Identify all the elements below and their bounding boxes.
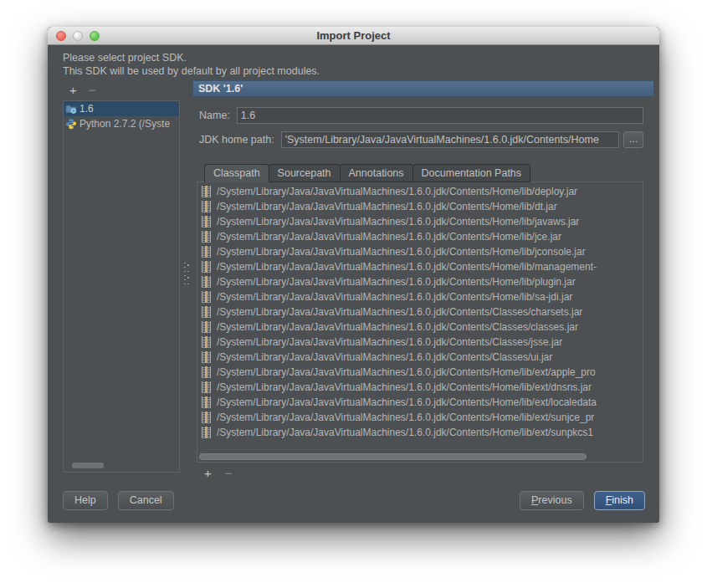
jar-icon: [202, 321, 211, 333]
classpath-entry-label: /System/Library/Java/JavaVirtualMachines…: [217, 231, 561, 243]
jar-icon: [202, 351, 211, 363]
sdk-list-item-python[interactable]: Python 2.7.2 (/Syste: [64, 116, 179, 131]
add-classpath-button[interactable]: +: [204, 468, 212, 479]
jdk-folder-icon: [65, 103, 77, 115]
classpath-entry-label: /System/Library/Java/JavaVirtualMachines…: [217, 396, 597, 408]
prompt-line-2: This SDK will be used by default by all …: [63, 64, 659, 78]
sdk-detail-title: SDK '1.6': [192, 80, 654, 97]
classpath-entry-label: /System/Library/Java/JavaVirtualMachines…: [217, 306, 582, 318]
tab-sourcepath[interactable]: Sourcepath: [269, 164, 341, 182]
jar-icon: [202, 427, 211, 438]
classpath-entry[interactable]: /System/Library/Java/JavaVirtualMachines…: [197, 395, 643, 410]
previous-label: Previous: [531, 494, 572, 506]
classpath-entry-label: /System/Library/Java/JavaVirtualMachines…: [217, 412, 594, 423]
tab-classpath[interactable]: Classpath: [204, 164, 269, 182]
classpath-entry[interactable]: /System/Library/Java/JavaVirtualMachines…: [197, 229, 643, 244]
sdk-tabs: Classpath Sourcepath Annotations Documen…: [204, 164, 654, 182]
classpath-entry[interactable]: /System/Library/Java/JavaVirtualMachines…: [197, 199, 643, 214]
sdk-list-horizontal-scrollbar[interactable]: [72, 463, 104, 468]
python-icon: [65, 118, 77, 130]
classpath-entry-label: /System/Library/Java/JavaVirtualMachines…: [217, 246, 586, 258]
sdk-list: 1.6 Python 2.7.2 (/Syste: [63, 100, 180, 473]
classpath-entry-label: /System/Library/Java/JavaVirtualMachines…: [217, 366, 596, 378]
prompt-line-1: Please select project SDK.: [63, 51, 659, 64]
help-label: Help: [74, 494, 96, 506]
classpath-horizontal-scrollbar[interactable]: [197, 452, 643, 462]
sdk-list-panel: + − 1.6: [63, 80, 180, 484]
jar-icon: [202, 276, 211, 288]
jar-icon: [202, 381, 211, 393]
sdk-list-toolbar: + −: [63, 80, 180, 100]
name-input[interactable]: [237, 107, 643, 124]
jar-icon: [202, 261, 211, 273]
jdk-home-label: JDK home path:: [199, 134, 274, 146]
classpath-entry[interactable]: /System/Library/Java/JavaVirtualMachines…: [197, 380, 643, 395]
sdk-list-item-1.6[interactable]: 1.6: [64, 101, 179, 116]
classpath-entry[interactable]: /System/Library/Java/JavaVirtualMachines…: [197, 304, 643, 320]
scrollbar-thumb[interactable]: [199, 453, 587, 460]
tab-documentation-paths[interactable]: Documentation Paths: [412, 164, 531, 182]
footer: Help Cancel Previous Finish: [48, 484, 659, 523]
jdk-home-row: JDK home path: …: [199, 131, 643, 148]
remove-sdk-button[interactable]: −: [89, 84, 96, 96]
tab-annotations[interactable]: Annotations: [340, 164, 413, 182]
finish-label: Finish: [606, 494, 633, 506]
name-label: Name:: [199, 110, 230, 121]
titlebar[interactable]: Import Project: [48, 27, 659, 45]
jar-icon: [202, 412, 211, 423]
classpath-entry[interactable]: /System/Library/Java/JavaVirtualMachines…: [197, 320, 643, 335]
window-title: Import Project: [316, 29, 390, 42]
remove-classpath-button[interactable]: −: [225, 468, 233, 479]
classpath-entry-label: /System/Library/Java/JavaVirtualMachines…: [217, 336, 562, 348]
classpath-list: /System/Library/Java/JavaVirtualMachines…: [197, 182, 643, 452]
classpath-entry-label: /System/Library/Java/JavaVirtualMachines…: [217, 261, 597, 273]
traffic-lights: [56, 31, 100, 41]
classpath-entry[interactable]: /System/Library/Java/JavaVirtualMachines…: [197, 274, 643, 289]
classpath-entry-label: /System/Library/Java/JavaVirtualMachines…: [217, 276, 576, 288]
classpath-entry-label: /System/Library/Java/JavaVirtualMachines…: [217, 381, 592, 393]
zoom-button[interactable]: [90, 31, 100, 41]
classpath-entry[interactable]: /System/Library/Java/JavaVirtualMachines…: [197, 425, 643, 440]
cancel-button[interactable]: Cancel: [118, 491, 174, 510]
classpath-toolbar: + −: [192, 463, 654, 484]
classpath-entry-label: /System/Library/Java/JavaVirtualMachines…: [217, 216, 579, 228]
sdk-item-label: Python 2.7.2 (/Syste: [79, 118, 170, 130]
jar-icon: [202, 336, 211, 348]
sdk-detail-panel: SDK '1.6' Name: JDK home path: … Classpa…: [192, 80, 654, 484]
classpath-entry[interactable]: /System/Library/Java/JavaVirtualMachines…: [197, 259, 643, 274]
help-button[interactable]: Help: [63, 491, 108, 510]
previous-button[interactable]: Previous: [520, 491, 584, 510]
jdk-home-input[interactable]: [281, 131, 619, 148]
classpath-entry-label: /System/Library/Java/JavaVirtualMachines…: [217, 351, 552, 363]
classpath-entry[interactable]: /System/Library/Java/JavaVirtualMachines…: [197, 365, 643, 380]
classpath-entry-label: /System/Library/Java/JavaVirtualMachines…: [217, 321, 578, 333]
classpath-entry[interactable]: /System/Library/Java/JavaVirtualMachines…: [197, 244, 643, 259]
splitter-grip-icon: [184, 263, 189, 286]
wizard-prompt: Please select project SDK. This SDK will…: [48, 45, 659, 80]
close-button[interactable]: [56, 31, 66, 41]
classpath-entry[interactable]: /System/Library/Java/JavaVirtualMachines…: [197, 289, 643, 304]
import-project-dialog: Import Project Please select project SDK…: [48, 27, 659, 523]
panel-splitter[interactable]: [180, 80, 192, 484]
classpath-entry[interactable]: /System/Library/Java/JavaVirtualMachines…: [197, 214, 643, 229]
jar-icon: [202, 186, 211, 197]
classpath-entry[interactable]: /System/Library/Java/JavaVirtualMachines…: [197, 410, 643, 425]
classpath-entry[interactable]: /System/Library/Java/JavaVirtualMachines…: [197, 335, 643, 350]
jar-icon: [202, 201, 211, 212]
classpath-panel: /System/Library/Java/JavaVirtualMachines…: [197, 182, 643, 463]
classpath-entry[interactable]: /System/Library/Java/JavaVirtualMachines…: [197, 184, 643, 199]
sdk-form: Name: JDK home path: …: [199, 107, 643, 156]
minimize-button[interactable]: [73, 31, 83, 41]
finish-button[interactable]: Finish: [594, 491, 645, 510]
jar-icon: [202, 246, 211, 258]
name-row: Name:: [199, 107, 643, 124]
classpath-entry-label: /System/Library/Java/JavaVirtualMachines…: [217, 201, 557, 212]
jar-icon: [202, 396, 211, 408]
sdk-item-label: 1.6: [79, 103, 94, 115]
add-sdk-button[interactable]: +: [69, 84, 77, 96]
jar-icon: [202, 216, 211, 228]
cancel-label: Cancel: [130, 494, 162, 506]
classpath-entry[interactable]: /System/Library/Java/JavaVirtualMachines…: [197, 350, 643, 365]
jar-icon: [202, 366, 211, 378]
browse-button[interactable]: …: [623, 131, 643, 148]
